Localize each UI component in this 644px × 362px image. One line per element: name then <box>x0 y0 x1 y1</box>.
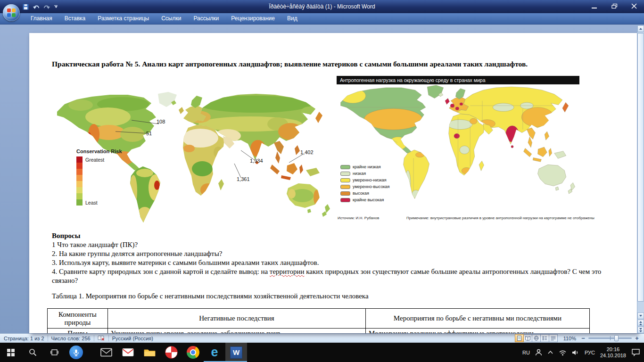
legend-swatch <box>76 169 83 175</box>
file-explorer-button[interactable] <box>139 343 160 362</box>
proofing-errors-icon[interactable] <box>98 335 105 341</box>
scroll-down-icon[interactable] <box>637 313 644 319</box>
table-header-cell[interactable]: Мероприятия по борьбе с негативны ми пос… <box>366 309 590 329</box>
word-taskbar-button[interactable]: W <box>225 343 247 362</box>
sa-region <box>404 150 429 198</box>
action-center-icon[interactable] <box>631 348 640 356</box>
map-annotation: 1,361 <box>237 176 250 182</box>
zoom-slider[interactable] <box>588 337 632 339</box>
scroll-up-icon[interactable] <box>637 25 644 32</box>
word-count[interactable]: Число слов: 256 <box>51 336 91 341</box>
zoom-out-icon[interactable]: − <box>580 335 586 342</box>
scrollbar-thumb[interactable] <box>637 33 644 302</box>
legend-swatch <box>76 163 83 169</box>
tray-clock[interactable]: 20:16 24.10.2018 <box>600 346 626 359</box>
question-item[interactable]: 1 Что такое ландшафт (ПК)? <box>52 240 606 249</box>
document-page[interactable]: Практическая работа № 5. Анализ карт ант… <box>29 33 637 333</box>
tray-chevron-up-icon[interactable] <box>547 350 553 354</box>
outline-view-icon[interactable] <box>540 334 549 342</box>
chrome-icon <box>187 346 199 359</box>
document-area: Практическая работа № 5. Анализ карт ант… <box>0 25 644 333</box>
mail-icon <box>100 348 112 357</box>
search-icon <box>29 348 37 356</box>
tray-volume-icon[interactable] <box>572 349 579 356</box>
tray-language-ru[interactable]: RU <box>522 350 530 355</box>
legend-item: умеренно-низкая <box>340 177 389 183</box>
tab-mailings[interactable]: Рассылки <box>187 13 225 24</box>
anthropogenic-load-map[interactable]: Антропогенная нагрузка на окружающую сре… <box>337 76 579 226</box>
zoom-level[interactable]: 110% <box>563 336 576 341</box>
greenland-region <box>427 85 443 99</box>
tab-references[interactable]: Ссылки <box>155 13 187 24</box>
task-view-button[interactable] <box>43 343 65 362</box>
question-item[interactable]: 2. На какие группы делятся антропогенные… <box>52 249 606 258</box>
tab-home[interactable]: Главная <box>25 13 58 24</box>
continent-south-america <box>130 166 162 224</box>
window-title: Ïðàêòè÷åñêàÿ ðàáîòà (1) - Microsoft Word <box>0 3 644 10</box>
anthropogenic-legend: крайне низкая низкая умеренно-низкая уме… <box>340 164 389 203</box>
tray-network-icon[interactable] <box>559 349 567 356</box>
zoom-slider-thumb[interactable] <box>614 335 619 341</box>
web-layout-view-icon[interactable] <box>532 334 541 342</box>
legend-swatch <box>340 198 350 202</box>
legend-swatch <box>340 165 350 169</box>
legend-swatch <box>76 193 83 199</box>
tray-date: 24.10.2018 <box>600 353 626 359</box>
conservation-risk-map[interactable]: Conservation Risk Greatest Least 108 51 … <box>52 75 336 226</box>
start-button[interactable] <box>0 343 22 362</box>
table-cell[interactable]: Мелиорация: различные эффективные агроте… <box>366 329 590 334</box>
status-bar: Страница: 1 из 2 Число слов: 256 Русский… <box>0 333 644 343</box>
document-heading[interactable]: Практическая работа № 5. Анализ карт ант… <box>52 60 619 68</box>
map-title: Антропогенная нагрузка на окружающую сре… <box>337 76 579 84</box>
map-annotation: 1,402 <box>300 149 314 155</box>
system-tray: RU РУС 20:16 24.10.2018 <box>522 343 644 362</box>
draft-view-icon[interactable] <box>549 334 558 342</box>
yandex-browser-icon <box>165 346 178 359</box>
table-cell[interactable]: Ухудшение почв: эрозия, засоление, забол… <box>108 329 366 334</box>
na-region <box>340 88 426 153</box>
tab-view[interactable]: Вид <box>281 13 304 24</box>
vertical-scrollbar[interactable] <box>637 25 644 333</box>
legend-label-greatest: Greatest <box>85 157 104 163</box>
previous-page-icon[interactable] <box>637 320 644 326</box>
print-layout-view-icon[interactable] <box>515 334 524 342</box>
zoom-in-icon[interactable]: + <box>634 335 640 342</box>
legend-swatch <box>76 199 83 206</box>
legend-swatch <box>340 172 350 176</box>
search-button[interactable] <box>22 343 43 362</box>
minimize-icon[interactable] <box>588 1 601 11</box>
yandex-browser-button[interactable] <box>160 343 182 362</box>
cortana-mic-button[interactable] <box>65 343 87 362</box>
tray-people-icon[interactable] <box>535 349 542 356</box>
questions-title[interactable]: Вопросы <box>52 231 606 240</box>
restore-icon[interactable] <box>608 1 620 11</box>
question-item[interactable]: 4. Сравните карту природных зон с данной… <box>52 267 606 285</box>
chrome-button[interactable] <box>182 343 204 362</box>
close-icon[interactable] <box>628 1 640 11</box>
table-header-cell[interactable]: Негативные последствия <box>108 309 366 329</box>
legend-swatch <box>340 185 350 189</box>
table-caption[interactable]: Таблица 1. Мероприятия по борьбе с негат… <box>52 292 619 300</box>
tab-review[interactable]: Рецензирование <box>225 13 281 24</box>
table-header-cell[interactable]: Компоненты природы <box>48 309 108 329</box>
edge-button[interactable]: e <box>204 343 225 362</box>
tray-time: 20:16 <box>600 346 626 353</box>
language-indicator[interactable]: Русский (Россия) <box>112 336 153 341</box>
separator <box>48 335 48 341</box>
question-item[interactable]: 3. Используя карту, выявите материки с с… <box>52 258 606 267</box>
table-cell[interactable]: Почвы <box>48 329 108 334</box>
office-button-icon[interactable] <box>3 4 20 21</box>
tab-insert[interactable]: Вставка <box>58 13 92 24</box>
page-indicator[interactable]: Страница: 1 из 2 <box>4 336 44 341</box>
measures-table[interactable]: Компоненты природы Негативные последстви… <box>47 308 590 333</box>
next-page-icon[interactable] <box>637 327 644 333</box>
greenland <box>158 92 177 107</box>
tab-page-layout[interactable]: Разметка страницы <box>91 13 155 24</box>
fullscreen-reading-view-icon[interactable] <box>523 334 532 342</box>
yandex-mail-app-button[interactable] <box>117 343 139 362</box>
map-annotation: 1,934 <box>250 158 263 164</box>
tray-language-rus[interactable]: РУС <box>585 350 595 355</box>
legend-swatch <box>76 175 83 181</box>
legend-item: крайне высокая <box>340 197 389 203</box>
mail-app-button[interactable] <box>95 343 117 362</box>
